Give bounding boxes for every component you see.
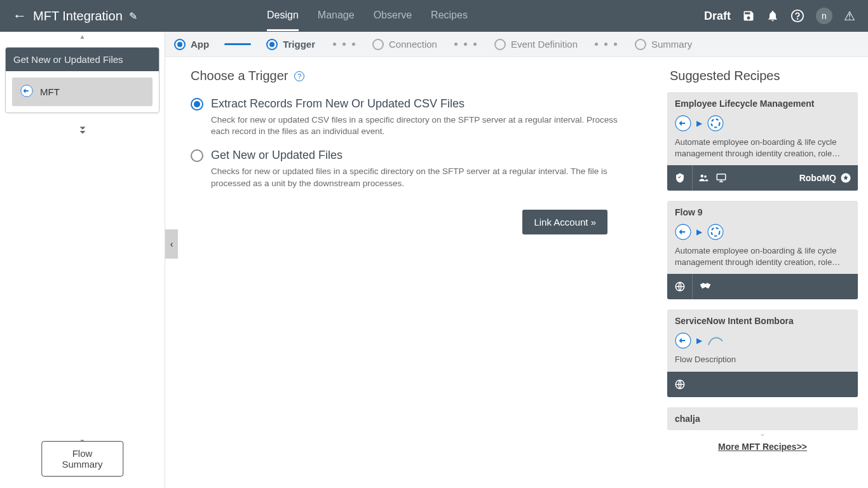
recipe-desc: Automate employee on-boarding & life cyc… [667,245,858,274]
source-node-icon [675,224,691,240]
source-node-icon [675,115,691,132]
radio-desc: Checks for new or updated files in a spe… [211,166,618,189]
body-row: Choose a Trigger ? Extract Records From … [165,57,868,488]
link-account-button[interactable]: Link Account » [522,210,607,234]
step-label: Event Definition [511,39,578,50]
target-node-icon [707,115,724,132]
step-label: Connection [389,39,437,50]
step-connector-line [224,43,251,45]
recipe-flow-icons: ▶ [667,329,858,354]
edit-icon[interactable]: ✎ [129,10,137,22]
help-circle-icon[interactable]: ? [294,71,304,81]
step-label: Summary [651,39,692,50]
step-trigger[interactable]: Trigger [266,39,315,50]
trigger-option-get-files: Get New or Updated Files Checks for new … [191,149,646,189]
recipe-name: ServiceNow Intent Bombora [675,316,850,326]
suggestions-panel: Suggested Recipes Employee Lifecycle Man… [665,57,868,488]
sidebar-card: Get New or Updated Files MFT [5,47,159,113]
step-connector-dots [454,43,477,46]
stepper: App Trigger Connection Event Definition … [165,32,868,57]
mft-node-icon [20,84,34,100]
radio-icon[interactable] [191,98,203,111]
tab-recipes[interactable]: Recipes [431,1,468,31]
app-title: MFT Integration [33,9,123,24]
globe-icon [667,274,693,299]
step-connector-dots [333,43,355,46]
bell-icon[interactable] [766,10,779,22]
status-label: Draft [704,10,731,23]
users-icon [698,172,709,184]
recipe-flow-icons: ▶ [667,220,858,245]
collapse-handle-icon[interactable]: ‹ [165,229,178,259]
svg-point-7 [704,175,707,178]
source-node-icon [675,332,691,349]
recipe-card[interactable]: ServiceNow Intent Bombora ▶ Flow Descrip… [667,309,858,397]
scroll-up-icon[interactable]: ▲ [79,33,86,40]
radio-head[interactable]: Extract Records From New Or Updated CSV … [191,97,646,111]
arrow-icon: ▶ [696,336,702,345]
recipe-desc: Flow Description [667,354,858,372]
step-label: Trigger [283,39,315,50]
help-icon[interactable] [790,9,804,23]
target-node-icon [707,334,724,348]
tab-manage[interactable]: Manage [318,1,355,31]
save-icon[interactable] [742,10,755,22]
recipe-flow-icons: ▶ [667,111,858,137]
step-connector-dots [595,43,617,46]
radio-desc: Check for new or updated CSV files in a … [211,114,618,137]
step-connection[interactable]: Connection [372,39,437,50]
radio-label: Extract Records From New Or Updated CSV … [211,97,465,111]
svg-point-11 [708,224,723,240]
arrow-icon: ▶ [696,227,702,236]
radio-icon[interactable] [191,149,203,162]
warning-icon[interactable]: ⚠ [844,8,855,24]
target-node-icon [707,224,724,240]
recipe-footer [667,372,858,397]
svg-point-4 [708,116,723,131]
more-recipes-link[interactable]: More MFT Recipes>> [667,442,858,452]
form-title: Choose a Trigger ? [191,69,646,83]
sidebar-item-mft[interactable]: MFT [12,78,153,106]
topbar-tabs: Design Manage Observe Recipes [267,1,468,31]
recipe-card[interactable]: Flow 9 ▶ Automate employee on-boarding &… [667,201,858,299]
recipe-card[interactable]: Employee Lifecycle Management ▶ Automate… [667,92,858,191]
topbar-right: Draft n ⚠ [704,8,868,24]
recipe-desc: Automate employee on-boarding & life cyc… [667,137,858,165]
arrow-icon: ▶ [696,119,702,128]
recipe-card[interactable]: chalja [667,407,858,430]
sidebar-card-header: Get New or Updated Files [6,48,159,71]
expand-chevron-icon[interactable] [5,125,159,139]
recipe-name: Employee Lifecycle Management [675,98,850,109]
shield-icon [667,165,693,191]
recipe-name: chalja [675,414,850,424]
monitor-icon [715,172,727,184]
form-area: Choose a Trigger ? Extract Records From … [165,57,665,488]
chevron-down-icon[interactable]: ⌄ [667,429,858,438]
footer-icons [693,165,732,191]
globe-icon [667,372,693,397]
sidebar: ▲ Get New or Updated Files MFT ▼ Flow Su… [0,32,165,488]
recipe-footer [667,274,858,299]
flow-summary-button[interactable]: Flow Summary [41,441,124,477]
recipe-footer: RoboMQ [667,165,858,191]
step-summary[interactable]: Summary [635,39,692,50]
handshake-icon [693,274,718,299]
step-label: App [191,39,209,50]
svg-rect-8 [717,174,726,180]
recipe-name: Flow 9 [675,207,850,217]
back-arrow-icon[interactable]: ← [13,8,27,24]
tab-observe[interactable]: Observe [374,1,412,31]
radio-head[interactable]: Get New or Updated Files [191,149,646,162]
tab-design[interactable]: Design [267,1,299,31]
step-event-definition[interactable]: Event Definition [494,39,578,50]
topbar: ← MFT Integration ✎ Design Manage Observ… [0,0,868,32]
trigger-option-extract-csv: Extract Records From New Or Updated CSV … [191,97,646,137]
star-icon [840,172,851,184]
step-app[interactable]: App [174,39,209,50]
radio-label: Get New or Updated Files [211,149,342,162]
main: ▲ Get New or Updated Files MFT ▼ Flow Su… [0,32,868,488]
sidebar-item-label: MFT [40,86,60,97]
content: App Trigger Connection Event Definition … [165,32,868,488]
svg-point-1 [797,18,798,19]
user-avatar[interactable]: n [816,8,832,24]
